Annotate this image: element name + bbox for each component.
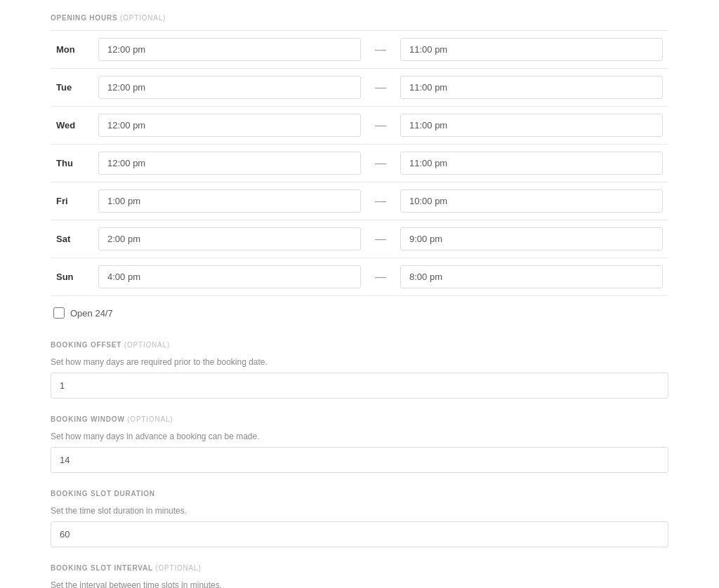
open-time-cell-thu: [93, 145, 367, 182]
open-time-input-wed[interactable]: [98, 114, 361, 137]
opening-hours-label: OPENING HOURS (OPTIONAL): [51, 14, 668, 22]
close-time-cell-tue: [395, 69, 668, 107]
dash-sun: —: [367, 258, 395, 296]
day-label-sun: Sun: [51, 258, 93, 296]
close-time-input-tue[interactable]: [400, 76, 663, 99]
open-time-cell-wed: [93, 107, 367, 145]
booking-window-input[interactable]: [51, 447, 668, 473]
open-time-input-sat[interactable]: [98, 227, 361, 250]
close-time-cell-mon: [395, 31, 668, 69]
booking-slot-interval-section: BOOKING SLOT INTERVAL (OPTIONAL) Set the…: [51, 564, 668, 588]
hours-table: Mon — Tue — Wed —: [51, 30, 668, 296]
close-time-input-fri[interactable]: [400, 189, 663, 213]
close-time-cell-wed: [395, 107, 668, 145]
open24-label: Open 24/7: [70, 308, 113, 319]
dash-thu: —: [367, 145, 395, 182]
close-time-input-sun[interactable]: [400, 265, 663, 288]
booking-slot-duration-section: BOOKING SLOT DURATION Set the time slot …: [51, 490, 668, 547]
dash-sat: —: [367, 220, 395, 258]
booking-offset-section: BOOKING OFFSET (OPTIONAL) Set how many d…: [51, 341, 668, 399]
booking-slot-duration-label: BOOKING SLOT DURATION: [51, 490, 668, 497]
day-label-sat: Sat: [51, 220, 93, 258]
day-label-fri: Fri: [51, 182, 93, 220]
booking-slot-duration-description: Set the time slot duration in minutes.: [51, 506, 668, 516]
booking-window-description: Set how many days in advance a booking c…: [51, 432, 668, 441]
hours-row-mon: Mon —: [51, 31, 668, 69]
booking-slot-interval-description: Set the interval between time slots in m…: [51, 580, 668, 588]
open-time-cell-tue: [93, 69, 367, 107]
booking-offset-label: BOOKING OFFSET (OPTIONAL): [51, 341, 668, 349]
close-time-cell-sun: [395, 258, 668, 296]
opening-hours-section: OPENING HOURS (OPTIONAL) Mon — Tue — Wed: [51, 14, 668, 319]
open-time-cell-sat: [93, 220, 367, 258]
day-label-wed: Wed: [51, 107, 93, 145]
open-time-input-mon[interactable]: [98, 38, 361, 61]
hours-row-sat: Sat —: [51, 220, 668, 258]
close-time-cell-sat: [395, 220, 668, 258]
dash-mon: —: [367, 31, 395, 69]
booking-slot-duration-input[interactable]: [51, 521, 668, 547]
open-time-cell-fri: [93, 182, 367, 220]
booking-offset-description: Set how many days are required prior to …: [51, 357, 668, 367]
hours-row-sun: Sun —: [51, 258, 668, 296]
booking-window-section: BOOKING WINDOW (OPTIONAL) Set how many d…: [51, 415, 668, 473]
close-time-cell-fri: [395, 182, 668, 220]
close-time-input-mon[interactable]: [400, 38, 663, 61]
open-time-input-thu[interactable]: [98, 152, 361, 175]
day-label-tue: Tue: [51, 69, 93, 107]
hours-row-fri: Fri —: [51, 182, 668, 220]
open-time-cell-mon: [93, 31, 367, 69]
open-time-input-sun[interactable]: [98, 265, 361, 288]
booking-window-label: BOOKING WINDOW (OPTIONAL): [51, 415, 668, 423]
open24-checkbox[interactable]: [53, 307, 65, 319]
dash-tue: —: [367, 69, 395, 107]
day-label-mon: Mon: [51, 31, 93, 69]
close-time-cell-thu: [395, 145, 668, 182]
close-time-input-sat[interactable]: [400, 227, 663, 250]
booking-slot-interval-label: BOOKING SLOT INTERVAL (OPTIONAL): [51, 564, 668, 572]
open-time-cell-sun: [93, 258, 367, 296]
close-time-input-thu[interactable]: [400, 152, 663, 175]
hours-row-thu: Thu —: [51, 145, 668, 182]
open-time-input-fri[interactable]: [98, 189, 361, 213]
hours-row-tue: Tue —: [51, 69, 668, 107]
day-label-thu: Thu: [51, 145, 93, 182]
dash-wed: —: [367, 107, 395, 145]
close-time-input-wed[interactable]: [400, 114, 663, 137]
main-container: OPENING HOURS (OPTIONAL) Mon — Tue — Wed: [22, 0, 697, 588]
booking-offset-input[interactable]: [51, 373, 668, 399]
hours-row-wed: Wed —: [51, 107, 668, 145]
open-time-input-tue[interactable]: [98, 76, 361, 99]
open24-row: Open 24/7: [51, 307, 668, 319]
dash-fri: —: [367, 182, 395, 220]
